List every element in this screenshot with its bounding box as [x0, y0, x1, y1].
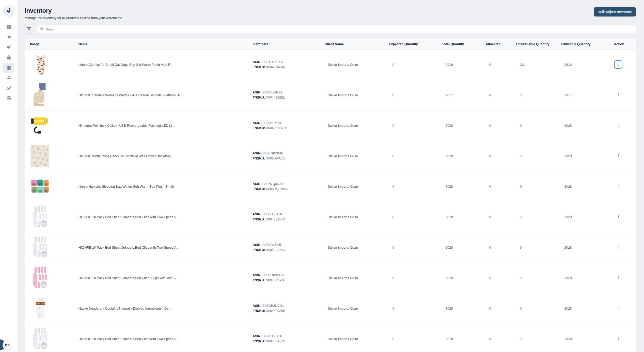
sidebar-item-team[interactable] — [3, 73, 14, 83]
bag-icon — [6, 55, 12, 61]
row-actions-button[interactable] — [614, 243, 622, 251]
kebab-menu-icon — [616, 93, 620, 97]
allocated-value: 0 — [489, 307, 491, 310]
row-actions-button[interactable] — [614, 152, 622, 160]
expected-quantity-value: 0 — [392, 246, 394, 249]
table-row: N/ hionre Pet Neck Collars, USB Recharge… — [25, 110, 636, 141]
product-name: hionre Clothes for Small Cat Dogs Boy Gi… — [78, 63, 250, 67]
fnsku-value: X00436PAVR — [266, 126, 286, 130]
toolbar — [25, 25, 636, 34]
column-header-client-name: Client Name — [324, 39, 388, 49]
app-logo[interactable] — [3, 5, 15, 17]
expected-quantity-value: 0 — [392, 154, 394, 158]
unfulfillable-quantity-value: 0 — [520, 185, 522, 188]
row-actions-button[interactable] — [614, 182, 622, 190]
kebab-menu-icon — [616, 62, 620, 67]
asin-label: ASIN: — [253, 60, 261, 64]
asin-value: B0B3DJ595P — [262, 243, 282, 247]
row-actions-button[interactable] — [614, 60, 622, 69]
unfulfillable-quantity-value: 0 — [520, 124, 522, 127]
sidebar: CR — [0, 0, 18, 352]
product-name: HIONRE 10 Pack Bed Sheet Grippers,Bed Cl… — [78, 246, 250, 249]
unfulfillable-quantity-value: 0 — [520, 93, 522, 97]
link-icon — [6, 85, 12, 92]
fnsku-value: X0040V59I9 — [266, 278, 284, 282]
fnsku-label: FNSKU: — [253, 156, 265, 160]
client-name: Stellar Imports Co.m — [328, 124, 358, 127]
row-actions-button[interactable] — [614, 274, 622, 282]
unfulfillable-quantity-value: 0 — [520, 307, 522, 310]
bulk-adjust-inventory-button[interactable]: Bulk Adjust Inventory — [594, 7, 636, 17]
sidebar-item-dashboard[interactable] — [3, 22, 14, 33]
row-actions-button[interactable] — [614, 121, 622, 130]
column-header-image: Image — [25, 39, 77, 49]
asin-value: B09N7Q9N8D — [262, 182, 284, 186]
product-image-grippers-pink — [29, 266, 54, 290]
table-row: HIONRE 10 Pack Bed Sheet Grippers,Bed Cl… — [25, 232, 636, 263]
total-quantity-value: 2028 — [446, 276, 453, 280]
fnsku-value: X004489295 — [266, 309, 285, 313]
unfulfillable-quantity-value: 111 — [520, 63, 525, 67]
fnsku-value: X003UAIU05 — [266, 156, 285, 160]
table-header-row: ImageNameIdentifiersClient NameExpected … — [25, 39, 636, 49]
sidebar-item-inventory[interactable] — [3, 63, 14, 73]
sidebar-item-orders[interactable] — [3, 53, 14, 63]
column-header-action: Action — [613, 39, 636, 49]
allocated-value: 0 — [489, 215, 491, 219]
unfulfillable-quantity-value: 0 — [520, 154, 522, 158]
total-quantity-value: 2028 — [446, 337, 453, 341]
main-content: Inventory Manage the inventory for all p… — [18, 0, 644, 352]
expected-quantity-value: 0 — [392, 337, 394, 341]
row-actions-button[interactable] — [614, 91, 622, 99]
fulfillable-quantity-value: 2028 — [564, 276, 572, 280]
fnsku-label: FNSKU: — [253, 95, 265, 99]
total-quantity-value: 2028 — [446, 154, 453, 158]
svg-text:COCONUT & VANILLA: COCONUT & VANILLA — [34, 303, 47, 305]
sidebar-item-billing[interactable] — [3, 93, 14, 104]
avatar[interactable]: CR — [3, 340, 12, 350]
sidebar-item-integrations[interactable] — [3, 83, 14, 93]
table-row: hionre Hamster Sleeping Bag Winter Soft … — [25, 171, 636, 202]
sidebar-item-shipping[interactable] — [3, 43, 14, 53]
table-row: HIONRE 10 Pack Bed Sheet Grippers,Bed Cl… — [25, 324, 636, 352]
product-image-wedge-sandals — [29, 83, 54, 107]
column-header-identifiers: Identifiers — [252, 39, 324, 49]
expected-quantity-value: 0 — [392, 124, 394, 127]
product-image-yellow-collar — [29, 113, 54, 138]
inventory-table-card: ImageNameIdentifiersClient NameExpected … — [25, 39, 636, 352]
fulfillable-quantity-value: 2028 — [564, 307, 572, 310]
asin-value: B07GB3NVN1 — [262, 304, 284, 308]
asin-label: ASIN: — [253, 121, 261, 125]
allocated-value: 0 — [489, 154, 491, 158]
page-header: Inventory Manage the inventory for all p… — [25, 7, 636, 20]
product-name: HIONRE 10 Pack Bed Sheet Grippers,Bed Cl… — [78, 215, 250, 219]
shelf-icon — [6, 65, 12, 71]
filter-button[interactable] — [25, 25, 33, 34]
table-row: hionre Clothes for Small Cat Dogs Boy Gi… — [25, 49, 636, 80]
client-name: Stellar Imports Co.m — [328, 337, 358, 341]
expected-quantity-value: 0 — [392, 63, 394, 67]
expected-quantity-value: 0 — [392, 185, 394, 188]
row-actions-button[interactable] — [614, 304, 622, 312]
asin-label: ASIN: — [253, 304, 261, 308]
product-name: HIONRE 10 Pack Bed Sheet Grippers,Bed Cl… — [78, 337, 250, 341]
client-name: Stellar Imports Co.m — [328, 93, 358, 97]
fulfillable-quantity-value: 2028 — [564, 124, 572, 127]
kebab-menu-icon — [616, 337, 620, 341]
fnsku-label: FNSKU: — [253, 309, 265, 313]
asin-value: B0B3DJ595P — [262, 212, 282, 216]
sidebar-item-receiving[interactable] — [3, 33, 14, 43]
grid-icon — [6, 24, 12, 31]
kebab-menu-icon — [616, 306, 620, 311]
search-input[interactable] — [46, 27, 633, 31]
product-name: HIONRE White Rose Panel Set, Artificial … — [78, 154, 250, 158]
row-actions-button[interactable] — [614, 213, 622, 221]
search-box[interactable] — [37, 25, 636, 33]
product-name: N/ hionre Pet Neck Collars, USB Recharge… — [78, 124, 250, 127]
kebab-menu-icon — [616, 123, 620, 128]
row-actions-button[interactable] — [614, 335, 622, 343]
client-name: Stellar Imports Co.m — [328, 246, 358, 249]
allocated-value: 0 — [489, 63, 491, 67]
inventory-table: ImageNameIdentifiersClient NameExpected … — [25, 39, 636, 352]
cube-arrow-right-icon — [6, 44, 12, 51]
